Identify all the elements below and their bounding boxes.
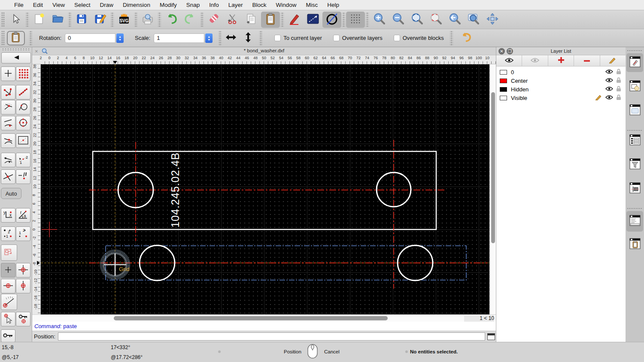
redo-button[interactable]	[181, 12, 200, 28]
zoom-in-button[interactable]	[370, 12, 389, 28]
horizontal-scrollbar-thumb[interactable]	[114, 316, 388, 320]
grid-toggle-button[interactable]	[346, 12, 365, 28]
snap-grid-button[interactable]	[16, 66, 30, 81]
menu-snap[interactable]: Snap	[182, 0, 205, 10]
vertical-scrollbar-thumb[interactable]	[491, 92, 495, 243]
scale-stepper[interactable]: ▲▼	[205, 33, 213, 43]
toolbar-drag-handle[interactable]	[627, 50, 643, 52]
menu-window[interactable]: Window	[271, 0, 301, 10]
layer-lock-icon[interactable]	[616, 86, 621, 93]
open-drawing-button[interactable]	[49, 12, 67, 28]
save-button[interactable]	[72, 12, 91, 28]
layer-visibility-icon[interactable]	[605, 95, 613, 101]
snap-reference-button[interactable]	[16, 133, 30, 148]
add-layer-button[interactable]	[548, 55, 574, 66]
layer-row-0[interactable]: 0	[496, 68, 626, 76]
revert-button[interactable]	[456, 30, 475, 46]
relative-point-12-button[interactable]: 12	[1, 226, 15, 241]
zoom-previous-button[interactable]	[426, 12, 445, 28]
select-pointer-button[interactable]	[6, 12, 25, 28]
zoom-auto-button[interactable]	[407, 12, 426, 28]
cut-button[interactable]	[223, 12, 242, 28]
snap-circle-center-button[interactable]	[16, 116, 30, 130]
active-paste-tool-button[interactable]	[7, 31, 25, 45]
hide-all-layers-button[interactable]	[522, 55, 548, 66]
snap-endpoint-button[interactable]	[1, 85, 15, 100]
menu-dimension[interactable]: Dimension	[118, 0, 155, 10]
show-all-layers-button[interactable]	[496, 55, 522, 66]
layer-lock-icon[interactable]	[616, 77, 621, 84]
snap-auto-button[interactable]: Auto	[1, 188, 21, 199]
menu-layer[interactable]: Layer	[224, 0, 248, 10]
part-number-text[interactable]: 104.245.02.4B	[169, 152, 181, 228]
new-drawing-button[interactable]	[30, 12, 49, 28]
overwrite-blocks-checkbox[interactable]: Overwrite blocks	[394, 35, 444, 41]
layer-row-center[interactable]: Center	[496, 76, 626, 85]
print-preview-button[interactable]	[138, 12, 157, 28]
scale-value[interactable]: 1	[154, 33, 204, 43]
menu-edit[interactable]: Edit	[28, 0, 48, 10]
menu-help[interactable]: Help	[322, 0, 344, 10]
snap-intersection-button[interactable]	[1, 169, 15, 184]
coordinate-polar-button[interactable]: ra	[16, 208, 30, 223]
layer-lock-icon[interactable]	[616, 69, 621, 76]
copy-button[interactable]	[242, 12, 261, 28]
snap-on-entity-button[interactable]	[16, 85, 30, 100]
scale-spinbox[interactable]: 1 ▲▼	[154, 33, 213, 43]
to-current-layer-checkbox[interactable]: To current layer	[274, 35, 322, 41]
zoom-window-button[interactable]	[464, 12, 483, 28]
rotation-value[interactable]: 0	[65, 33, 115, 43]
layer-visibility-icon[interactable]	[605, 69, 613, 75]
position-input[interactable]	[58, 332, 485, 341]
restrict-nothing-button[interactable]	[1, 244, 17, 261]
toolbar-drag-handle[interactable]	[2, 48, 29, 51]
menu-info[interactable]: Info	[204, 0, 224, 10]
flip-horizontal-button[interactable]	[222, 30, 240, 46]
entity-list-dock-button[interactable]	[629, 134, 641, 147]
menu-misc[interactable]: Misc	[301, 0, 323, 10]
save-as-button[interactable]	[91, 12, 110, 28]
snap-nearest-button[interactable]	[1, 133, 15, 148]
snap-distance-button[interactable]: 12	[16, 153, 30, 167]
layer-lock-icon[interactable]	[616, 94, 621, 102]
toolbar-drag-handle[interactable]	[1, 12, 5, 27]
checkbox-box[interactable]	[274, 35, 281, 41]
menu-block[interactable]: Block	[248, 0, 271, 10]
zoom-pan-button[interactable]	[483, 12, 502, 28]
pen-button[interactable]	[285, 12, 304, 28]
layer-list-dock-button[interactable]	[629, 56, 641, 69]
snap-tangent-button[interactable]	[16, 100, 30, 115]
restrict-free-button[interactable]	[1, 263, 15, 278]
layer-visibility-icon[interactable]	[605, 78, 613, 84]
lock-zero-button[interactable]	[1, 329, 15, 342]
document-tab-title[interactable]: * bond_washer.dxf	[32, 48, 496, 53]
checkbox-box[interactable]	[333, 35, 340, 41]
snap-orthogonal-button[interactable]	[1, 153, 15, 167]
layer-row-visible[interactable]: Visible	[496, 94, 626, 102]
drawing-canvas[interactable]: 104.245.02.4B Grid	[41, 64, 489, 314]
snap-free-button[interactable]	[1, 66, 15, 81]
library-browser-dock-button[interactable]	[629, 104, 641, 117]
selection-window-button[interactable]	[304, 12, 322, 28]
checkbox-box[interactable]	[394, 35, 400, 41]
block-list-dock-button[interactable]	[629, 80, 641, 93]
vertical-scrollbar[interactable]	[490, 64, 496, 314]
select-relative-zero-button[interactable]	[1, 312, 15, 326]
delete-button[interactable]	[204, 12, 223, 28]
paste-button[interactable]	[261, 12, 280, 28]
entity-filter-dock-button[interactable]	[629, 158, 641, 171]
snap-center-button[interactable]	[1, 100, 15, 115]
zoom-out-button[interactable]	[389, 12, 407, 28]
menu-modify[interactable]: Modify	[155, 0, 182, 10]
horizontal-scrollbar[interactable]: 1 < 10	[32, 314, 496, 322]
command-widget-dock-button[interactable]	[629, 214, 641, 227]
layer-row-hidden[interactable]: Hidden	[496, 85, 626, 94]
zoom-redraw-button[interactable]	[445, 12, 464, 28]
undo-button[interactable]	[162, 12, 181, 28]
restrict-vertical-button[interactable]	[16, 279, 30, 293]
set-relative-zero-button[interactable]	[16, 263, 30, 278]
menu-select[interactable]: Select	[70, 0, 95, 10]
relative-point-21-button[interactable]: 12	[16, 226, 30, 241]
restrict-horizontal-button[interactable]	[1, 279, 15, 293]
menu-view[interactable]: View	[48, 0, 70, 10]
